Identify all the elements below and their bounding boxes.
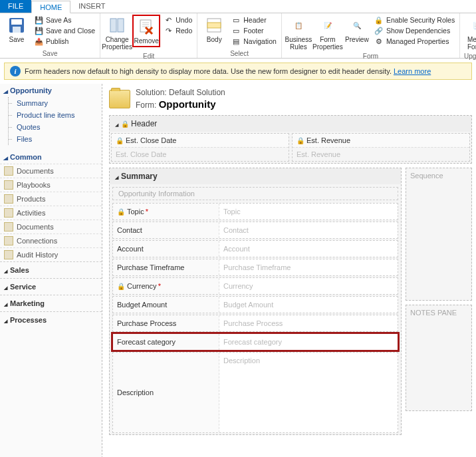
lock-icon: 🔒 [121, 120, 129, 128]
svg-rect-3 [110, 19, 116, 32]
nav-documents-2[interactable]: Documents [0, 220, 102, 233]
nav-opportunity[interactable]: Opportunity [0, 84, 102, 97]
change-properties-button[interactable]: Change Properties [103, 15, 131, 52]
navigation-icon: ▤ [231, 37, 241, 46]
nav-activities[interactable]: Activities [0, 206, 102, 220]
redo-icon: ↷ [164, 26, 173, 35]
lock-icon: 🔒 [117, 208, 125, 216]
sequence-pane[interactable]: Sequence [406, 168, 472, 301]
nav-playbooks[interactable]: Playbooks [0, 178, 102, 192]
enable-security-button[interactable]: 🔒Enable Security Roles [372, 15, 457, 25]
required-mark: * [158, 282, 161, 290]
field-currency[interactable]: 🔒Currency*Currency [112, 277, 398, 295]
form-title: Form: Opportunity [136, 98, 225, 110]
lock-icon: 🔒 [297, 137, 304, 144]
nav-processes[interactable]: Processes [0, 311, 102, 328]
save-icon [7, 16, 26, 35]
footer-icon: ▭ [231, 26, 241, 35]
nav-files[interactable]: Files [9, 133, 102, 145]
tab-home[interactable]: HOME [31, 1, 70, 13]
remove-button[interactable]: Remove [132, 15, 160, 47]
opportunity-info-label: Opportunity Information [112, 187, 398, 200]
nav-documents[interactable]: Documents [0, 164, 102, 178]
svg-rect-2 [13, 27, 21, 33]
nav-marketing[interactable]: Marketing [0, 295, 102, 311]
svg-rect-10 [207, 23, 221, 28]
save-as-icon: 💾 [34, 15, 43, 25]
nav-products[interactable]: Products [0, 192, 102, 206]
form-properties-button[interactable]: 📝Form Properties [314, 15, 342, 52]
required-mark: * [146, 208, 148, 216]
upgrade-group-label: Upgrade [463, 52, 476, 61]
save-close-button[interactable]: 💾Save and Close [32, 25, 97, 36]
nav-sales[interactable]: Sales [0, 261, 102, 278]
header-section[interactable]: 🔒Header 🔒Est. Close Date Est. Close Date… [109, 115, 472, 164]
solution-title: Solution: Default Solution [136, 88, 225, 97]
learn-more-link[interactable]: Learn more [394, 67, 431, 75]
business-rules-icon: 📋 [289, 16, 308, 35]
form-group-label: Form [285, 52, 457, 61]
nav-common[interactable]: Common [0, 150, 102, 164]
nav-quotes[interactable]: Quotes [9, 121, 102, 133]
svg-rect-4 [118, 19, 124, 32]
navigation-button[interactable]: ▤Navigation [229, 36, 279, 47]
field-description[interactable]: DescriptionDescription [112, 352, 398, 433]
business-rules-button[interactable]: 📋Business Rules [285, 15, 312, 52]
undo-button[interactable]: ↶Undo [162, 15, 194, 25]
merge-icon: 📑 [467, 16, 476, 35]
info-icon: i [10, 66, 21, 76]
activities-icon [4, 208, 13, 218]
select-group-label: Select [200, 49, 279, 58]
undo-icon: ↶ [164, 15, 173, 25]
footer-button[interactable]: ▭Footer [229, 25, 279, 36]
security-icon: 🔒 [374, 15, 384, 25]
tab-file[interactable]: FILE [0, 0, 31, 13]
tab-insert[interactable]: INSERT [70, 0, 113, 13]
header-field-revenue[interactable]: 🔒Est. Revenue Est. Revenue [292, 133, 470, 162]
documents-icon [4, 222, 13, 231]
show-dependencies-button[interactable]: 🔗Show Dependencies [372, 25, 457, 36]
properties-icon [108, 16, 126, 35]
save-close-icon: 💾 [34, 26, 43, 35]
save-button[interactable]: Save [3, 15, 31, 45]
remove-icon [137, 17, 156, 36]
ribbon: Save 💾Save As 💾Save and Close 📤Publish S… [0, 13, 476, 59]
body-icon [205, 16, 223, 35]
field-process[interactable]: Purchase ProcessPurchase Process [112, 315, 398, 332]
field-topic[interactable]: 🔒Topic*Topic [112, 203, 398, 220]
redo-button[interactable]: ↷Redo [162, 25, 194, 36]
header-icon: ▭ [231, 15, 241, 25]
field-budget[interactable]: Budget AmountBudget Amount [112, 296, 398, 313]
publish-icon: 📤 [34, 37, 43, 46]
nav-connections[interactable]: Connections [0, 233, 102, 247]
field-timeframe[interactable]: Purchase TimeframePurchase Timeframe [112, 259, 398, 276]
save-group-label: Save [3, 49, 97, 58]
header-field-close-date[interactable]: 🔒Est. Close Date Est. Close Date [111, 133, 289, 162]
summary-header: Summary [110, 168, 401, 184]
nav-service[interactable]: Service [0, 278, 102, 295]
nav-summary[interactable]: Summary [9, 97, 102, 109]
connections-icon [4, 236, 13, 245]
field-contact[interactable]: ContactContact [112, 222, 398, 239]
edit-group-label: Edit [103, 52, 194, 61]
save-as-button[interactable]: 💾Save As [32, 15, 97, 25]
publish-button[interactable]: 📤Publish [32, 36, 97, 47]
nav-audit-history[interactable]: Audit History [0, 247, 102, 261]
managed-properties-button[interactable]: ⚙Managed Properties [372, 36, 457, 47]
merge-forms-button[interactable]: 📑Merge Forms [463, 15, 476, 52]
notes-pane[interactable]: NOTES PANE [406, 305, 472, 411]
nav-product-line-items[interactable]: Product line items [9, 109, 102, 121]
body-button[interactable]: Body [200, 15, 228, 45]
info-text: Form headers now default to high density… [25, 67, 394, 75]
header-button[interactable]: ▭Header [229, 15, 279, 25]
info-bar: i Form headers now default to high densi… [4, 63, 472, 80]
managed-icon: ⚙ [374, 37, 384, 46]
summary-section[interactable]: Summary Opportunity Information 🔒Topic*T… [109, 168, 402, 435]
preview-button[interactable]: 🔍Preview [343, 15, 371, 45]
products-icon [4, 194, 13, 204]
left-nav: Opportunity Summary Product line items Q… [0, 84, 102, 457]
lock-icon: 🔒 [117, 283, 125, 290]
preview-icon: 🔍 [348, 16, 366, 35]
field-forecast-category[interactable]: Forecast categoryForecast category [112, 333, 398, 351]
field-account[interactable]: AccountAccount [112, 240, 398, 257]
